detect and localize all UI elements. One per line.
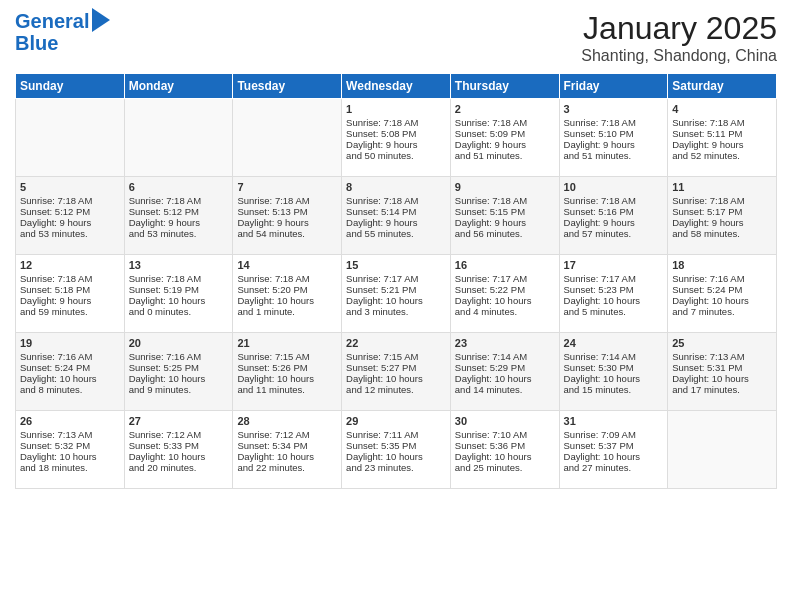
day-info: Sunrise: 7:09 AM [564,429,664,440]
day-info: Sunrise: 7:18 AM [20,273,120,284]
calendar-cell: 17Sunrise: 7:17 AMSunset: 5:23 PMDayligh… [559,255,668,333]
calendar-cell: 5Sunrise: 7:18 AMSunset: 5:12 PMDaylight… [16,177,125,255]
header-monday: Monday [124,74,233,99]
day-info: Sunrise: 7:17 AM [346,273,446,284]
day-info: Daylight: 9 hours [20,217,120,228]
day-info: Daylight: 9 hours [237,217,337,228]
day-info: Sunrise: 7:16 AM [672,273,772,284]
day-info: Sunrise: 7:18 AM [346,195,446,206]
day-number: 3 [564,103,664,115]
day-number: 26 [20,415,120,427]
day-info: Sunset: 5:10 PM [564,128,664,139]
calendar-cell: 28Sunrise: 7:12 AMSunset: 5:34 PMDayligh… [233,411,342,489]
day-info: and 20 minutes. [129,462,229,473]
day-info: and 53 minutes. [20,228,120,239]
day-info: Daylight: 10 hours [455,295,555,306]
day-info: Sunrise: 7:12 AM [129,429,229,440]
day-info: Daylight: 10 hours [20,451,120,462]
day-number: 19 [20,337,120,349]
day-number: 18 [672,259,772,271]
day-number: 24 [564,337,664,349]
calendar-cell: 11Sunrise: 7:18 AMSunset: 5:17 PMDayligh… [668,177,777,255]
day-number: 14 [237,259,337,271]
day-info: and 58 minutes. [672,228,772,239]
day-info: Daylight: 9 hours [672,217,772,228]
day-info: Sunset: 5:08 PM [346,128,446,139]
day-info: Sunset: 5:09 PM [455,128,555,139]
day-info: Sunset: 5:15 PM [455,206,555,217]
calendar-cell: 2Sunrise: 7:18 AMSunset: 5:09 PMDaylight… [450,99,559,177]
day-info: Daylight: 10 hours [346,295,446,306]
day-info: Sunrise: 7:13 AM [20,429,120,440]
day-number: 28 [237,415,337,427]
day-info: Sunrise: 7:14 AM [455,351,555,362]
calendar-title: January 2025 [581,10,777,47]
day-info: and 23 minutes. [346,462,446,473]
calendar-cell [16,99,125,177]
day-info: Daylight: 9 hours [346,217,446,228]
calendar-cell: 31Sunrise: 7:09 AMSunset: 5:37 PMDayligh… [559,411,668,489]
day-info: Sunrise: 7:14 AM [564,351,664,362]
calendar-week-2: 5Sunrise: 7:18 AMSunset: 5:12 PMDaylight… [16,177,777,255]
day-number: 11 [672,181,772,193]
day-info: Daylight: 9 hours [346,139,446,150]
day-info: Sunset: 5:23 PM [564,284,664,295]
day-info: Sunset: 5:25 PM [129,362,229,373]
day-info: Sunset: 5:18 PM [20,284,120,295]
day-info: Sunrise: 7:18 AM [672,117,772,128]
day-number: 20 [129,337,229,349]
day-number: 21 [237,337,337,349]
day-number: 23 [455,337,555,349]
day-info: Sunrise: 7:18 AM [129,195,229,206]
day-info: Sunset: 5:29 PM [455,362,555,373]
calendar-cell: 15Sunrise: 7:17 AMSunset: 5:21 PMDayligh… [342,255,451,333]
day-info: Sunrise: 7:18 AM [672,195,772,206]
calendar-cell [124,99,233,177]
calendar-cell: 29Sunrise: 7:11 AMSunset: 5:35 PMDayligh… [342,411,451,489]
day-info: and 9 minutes. [129,384,229,395]
day-info: Daylight: 10 hours [129,295,229,306]
day-info: and 27 minutes. [564,462,664,473]
day-number: 27 [129,415,229,427]
day-info: Sunset: 5:12 PM [20,206,120,217]
day-info: and 52 minutes. [672,150,772,161]
day-info: Sunset: 5:26 PM [237,362,337,373]
day-info: and 1 minute. [237,306,337,317]
day-number: 31 [564,415,664,427]
day-info: and 18 minutes. [20,462,120,473]
calendar-table: Sunday Monday Tuesday Wednesday Thursday… [15,73,777,489]
day-info: and 5 minutes. [564,306,664,317]
day-info: Sunrise: 7:18 AM [455,117,555,128]
day-info: Sunset: 5:36 PM [455,440,555,451]
day-number: 10 [564,181,664,193]
day-info: Daylight: 9 hours [20,295,120,306]
day-number: 15 [346,259,446,271]
day-info: Daylight: 10 hours [129,373,229,384]
calendar-cell: 6Sunrise: 7:18 AMSunset: 5:12 PMDaylight… [124,177,233,255]
day-info: Sunset: 5:20 PM [237,284,337,295]
day-number: 29 [346,415,446,427]
day-info: Sunset: 5:37 PM [564,440,664,451]
calendar-cell: 21Sunrise: 7:15 AMSunset: 5:26 PMDayligh… [233,333,342,411]
day-info: Daylight: 9 hours [455,217,555,228]
day-number: 6 [129,181,229,193]
header-friday: Friday [559,74,668,99]
day-info: Sunrise: 7:18 AM [237,273,337,284]
day-info: Daylight: 9 hours [129,217,229,228]
calendar-cell: 18Sunrise: 7:16 AMSunset: 5:24 PMDayligh… [668,255,777,333]
day-info: and 0 minutes. [129,306,229,317]
day-info: and 7 minutes. [672,306,772,317]
calendar-cell: 26Sunrise: 7:13 AMSunset: 5:32 PMDayligh… [16,411,125,489]
calendar-subtitle: Shanting, Shandong, China [581,47,777,65]
calendar-week-5: 26Sunrise: 7:13 AMSunset: 5:32 PMDayligh… [16,411,777,489]
calendar-cell: 8Sunrise: 7:18 AMSunset: 5:14 PMDaylight… [342,177,451,255]
day-info: Sunrise: 7:18 AM [564,117,664,128]
calendar-header-row: Sunday Monday Tuesday Wednesday Thursday… [16,74,777,99]
logo-general: General [15,10,89,32]
day-number: 12 [20,259,120,271]
day-info: and 14 minutes. [455,384,555,395]
day-info: Sunrise: 7:17 AM [455,273,555,284]
day-info: Sunrise: 7:18 AM [237,195,337,206]
day-info: Sunset: 5:27 PM [346,362,446,373]
day-number: 25 [672,337,772,349]
